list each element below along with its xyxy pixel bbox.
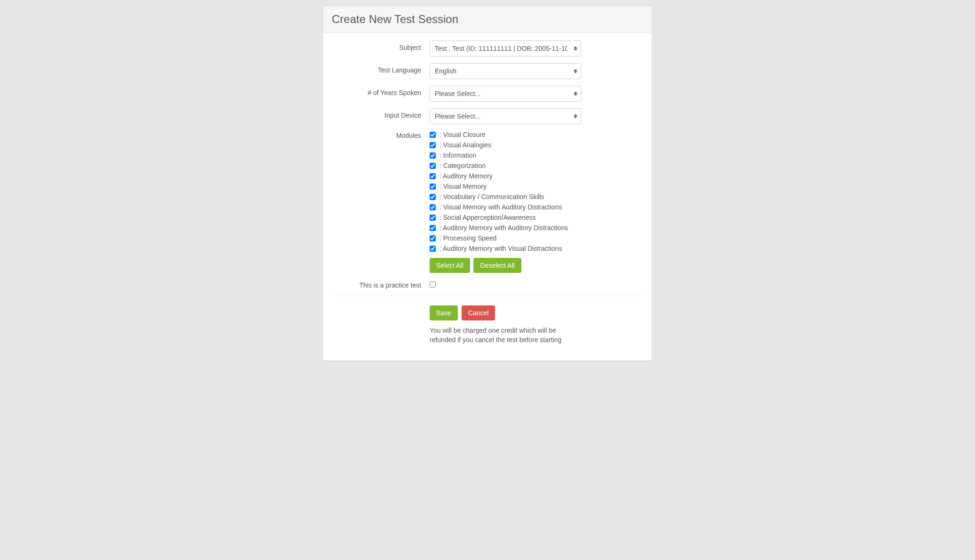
- input-device-select-wrap: Please Select...: [430, 108, 581, 124]
- col-modules: : Visual Closure : Visual Analogies : In…: [430, 131, 644, 273]
- row-years-spoken: # of Years Spoken Please Select...: [331, 86, 644, 102]
- subject-select-wrap: Test , Test (ID: 111111111 | DOB: 2005-1…: [430, 40, 581, 56]
- label-input-device: Input Device: [331, 108, 430, 119]
- row-input-device: Input Device Please Select...: [331, 108, 644, 124]
- years-spoken-select[interactable]: Please Select...: [430, 86, 581, 102]
- col-years-spoken: Please Select...: [430, 86, 644, 102]
- module-checkbox[interactable]: [430, 184, 436, 190]
- module-label: : Processing Speed: [440, 234, 496, 242]
- col-actions: Save Cancel You will be charged one cred…: [430, 305, 644, 344]
- module-line: : Social Apperception/Awareness: [430, 214, 644, 221]
- module-checkbox[interactable]: [430, 204, 436, 210]
- module-checkbox[interactable]: [430, 173, 436, 179]
- module-label: : Information: [440, 152, 476, 159]
- module-label: : Visual Analogies: [440, 141, 491, 149]
- label-practice: This is a practice test: [331, 281, 430, 289]
- module-checkbox[interactable]: [430, 225, 436, 231]
- module-checkbox[interactable]: [430, 152, 436, 159]
- module-line: : Visual Memory: [430, 183, 644, 190]
- module-line: : Visual Closure: [430, 131, 644, 138]
- module-checkbox[interactable]: [430, 194, 436, 200]
- module-label: : Social Apperception/Awareness: [440, 214, 535, 221]
- module-line: : Auditory Memory with Auditory Distract…: [430, 224, 644, 232]
- module-checkbox[interactable]: [430, 235, 436, 241]
- row-subject: Subject Test , Test (ID: 111111111 | DOB…: [331, 40, 644, 56]
- row-test-language: Test Language English: [331, 63, 644, 79]
- panel-body: Subject Test , Test (ID: 111111111 | DOB…: [323, 33, 652, 360]
- input-device-select[interactable]: Please Select...: [430, 108, 581, 124]
- module-label: : Auditory Memory with Auditory Distract…: [440, 224, 568, 232]
- col-test-language: English: [430, 63, 644, 79]
- module-checkbox[interactable]: [430, 142, 436, 148]
- module-buttons: Select All Deselect All: [430, 258, 644, 273]
- module-line: : Information: [430, 152, 644, 159]
- module-label: : Visual Memory: [440, 183, 487, 190]
- deselect-all-button[interactable]: Deselect All: [473, 258, 521, 273]
- module-checkbox[interactable]: [430, 215, 436, 221]
- test-language-select-wrap: English: [430, 63, 581, 79]
- module-label: : Visual Memory with Auditory Distractio…: [440, 203, 562, 211]
- module-label: : Categorization: [440, 162, 486, 169]
- module-label: : Auditory Memory with Visual Distractio…: [440, 245, 562, 252]
- save-button[interactable]: Save: [430, 305, 458, 320]
- select-all-button[interactable]: Select All: [430, 258, 470, 273]
- row-practice: This is a practice test: [331, 281, 644, 289]
- module-label: : Auditory Memory: [440, 172, 493, 180]
- module-checkbox[interactable]: [430, 132, 436, 138]
- practice-checkbox[interactable]: [430, 281, 436, 288]
- module-line: : Vocabulary / Communication Skills: [430, 193, 644, 200]
- module-line: : Processing Speed: [430, 234, 644, 242]
- module-label: : Vocabulary / Communication Skills: [440, 193, 544, 200]
- panel-header: Create New Test Session: [323, 6, 652, 33]
- label-test-language: Test Language: [331, 63, 430, 74]
- col-practice: [430, 281, 644, 289]
- module-checkbox[interactable]: [430, 163, 436, 169]
- col-input-device: Please Select...: [430, 108, 644, 124]
- page-title: Create New Test Session: [332, 13, 643, 26]
- label-subject: Subject: [331, 40, 430, 51]
- cancel-button[interactable]: Cancel: [462, 305, 495, 320]
- label-modules: Modules: [331, 131, 430, 139]
- module-line: : Visual Analogies: [430, 141, 644, 149]
- create-test-session-panel: Create New Test Session Subject Test , T…: [323, 6, 652, 361]
- test-language-select[interactable]: English: [430, 63, 581, 79]
- charge-notice: You will be charged one credit which wil…: [430, 326, 580, 344]
- divider: [331, 296, 644, 296]
- module-line: : Visual Memory with Auditory Distractio…: [430, 203, 644, 211]
- module-line: : Auditory Memory with Visual Distractio…: [430, 245, 644, 252]
- row-actions: Save Cancel You will be charged one cred…: [331, 305, 644, 344]
- years-spoken-select-wrap: Please Select...: [430, 86, 581, 102]
- label-years-spoken: # of Years Spoken: [331, 86, 430, 96]
- module-line: : Categorization: [430, 162, 644, 169]
- module-label: : Visual Closure: [440, 131, 486, 138]
- subject-select[interactable]: Test , Test (ID: 111111111 | DOB: 2005-1…: [430, 40, 581, 56]
- module-line: : Auditory Memory: [430, 172, 644, 180]
- col-subject: Test , Test (ID: 111111111 | DOB: 2005-1…: [430, 40, 644, 56]
- row-modules: Modules : Visual Closure : Visual Analog…: [331, 131, 644, 273]
- module-checkbox[interactable]: [430, 246, 436, 252]
